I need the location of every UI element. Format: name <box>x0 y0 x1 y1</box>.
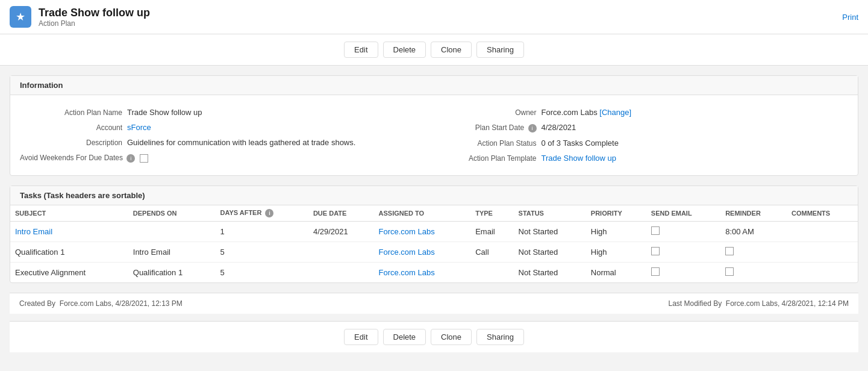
action-plan-name-label: Action Plan Name <box>20 108 122 117</box>
tasks-table-wrapper: SUBJECT DEPENDS ON DAYS AFTER i DUE DATE… <box>10 205 858 282</box>
tasks-table-header-row: SUBJECT DEPENDS ON DAYS AFTER i DUE DATE… <box>10 205 858 222</box>
information-section-header: Information <box>10 76 858 95</box>
days-after-info-icon: i <box>265 209 273 217</box>
page-subtitle: Action Plan <box>39 19 150 28</box>
task-assigned-to-link[interactable]: Force.com Labs <box>379 227 435 236</box>
col-subject[interactable]: SUBJECT <box>10 205 128 222</box>
task-due-date <box>308 242 374 262</box>
account-value: sForce <box>127 123 151 132</box>
col-due-date[interactable]: DUE DATE <box>308 205 374 222</box>
task-assigned-to-link[interactable]: Force.com Labs <box>379 248 435 257</box>
account-link[interactable]: sForce <box>127 123 151 132</box>
delete-button-bottom[interactable]: Delete <box>383 329 426 345</box>
action-plan-status-value: 0 of 3 Tasks Complete <box>542 139 619 148</box>
sharing-button-top[interactable]: Sharing <box>476 42 524 58</box>
avoid-weekends-label: Avoid Weekends For Due Dates i <box>20 153 135 163</box>
action-plan-template-label: Action Plan Template <box>434 154 537 163</box>
created-by-link[interactable]: Force.com Labs <box>60 299 111 308</box>
account-label: Account <box>20 123 122 132</box>
delete-button-top[interactable]: Delete <box>383 42 426 58</box>
col-days-after[interactable]: DAYS AFTER i <box>216 205 308 222</box>
tasks-table-body: Intro Email14/29/2021Force.com LabsEmail… <box>10 221 858 282</box>
edit-button-bottom[interactable]: Edit <box>344 329 378 345</box>
task-subject: Qualification 1 <box>10 242 128 262</box>
edit-button-top[interactable]: Edit <box>344 42 378 58</box>
last-modified-link[interactable]: Force.com Labs <box>726 299 778 308</box>
clone-button-bottom[interactable]: Clone <box>431 329 472 345</box>
avoid-weekends-value <box>140 153 148 163</box>
col-reminder[interactable]: REMINDER <box>720 205 787 222</box>
col-comments[interactable]: COMMENTS <box>787 205 858 222</box>
header-left: ★ Trade Show follow up Action Plan <box>10 6 150 28</box>
info-grid: Action Plan Name Trade Show follow up Ac… <box>20 102 848 168</box>
task-comments <box>787 242 858 262</box>
table-row: Intro Email14/29/2021Force.com LabsEmail… <box>10 221 858 242</box>
tasks-table: SUBJECT DEPENDS ON DAYS AFTER i DUE DATE… <box>10 205 858 282</box>
task-reminder-checkbox[interactable] <box>725 267 734 276</box>
task-status: Not Started <box>514 242 586 262</box>
table-row: Qualification 1Intro Email5Force.com Lab… <box>10 242 858 262</box>
task-reminder: 8:00 AM <box>720 221 787 242</box>
tasks-section: Tasks (Task headers are sortable) SUBJEC… <box>10 186 858 283</box>
task-send-email-checkbox[interactable] <box>651 267 660 276</box>
action-plan-name-value: Trade Show follow up <box>127 108 202 117</box>
owner-label: Owner <box>434 108 537 117</box>
field-plan-start-date: Plan Start Date i 4/28/2021 <box>434 120 849 136</box>
owner-value: Force.com Labs [Change] <box>542 108 632 117</box>
sharing-button-bottom[interactable]: Sharing <box>476 329 524 345</box>
task-depends-on <box>128 221 216 242</box>
task-reminder <box>720 262 787 282</box>
action-plan-template-link[interactable]: Trade Show follow up <box>542 154 617 163</box>
col-assigned-to[interactable]: ASSIGNED TO <box>374 205 471 222</box>
last-modified-info: Last Modified By Force.com Labs, 4/28/20… <box>668 299 849 308</box>
page-footer: Created By Force.com Labs, 4/28/2021, 12… <box>10 293 858 314</box>
col-type[interactable]: TYPE <box>470 205 513 222</box>
action-plan-template-value: Trade Show follow up <box>542 154 617 163</box>
task-status: Not Started <box>514 262 586 282</box>
owner-change-link[interactable]: [Change] <box>599 108 631 117</box>
field-account: Account sForce <box>20 120 434 135</box>
task-send-email-checkbox[interactable] <box>651 226 660 235</box>
task-assigned-to-link[interactable]: Force.com Labs <box>379 268 435 277</box>
task-send-email-checkbox[interactable] <box>651 247 660 255</box>
plan-start-date-label: Plan Start Date i <box>434 123 537 132</box>
tasks-table-head: SUBJECT DEPENDS ON DAYS AFTER i DUE DATE… <box>10 205 858 222</box>
last-modified-label: Last Modified By <box>668 299 722 308</box>
col-depends-on[interactable]: DEPENDS ON <box>128 205 216 222</box>
print-button[interactable]: Print <box>842 13 858 22</box>
field-action-plan-name: Action Plan Name Trade Show follow up <box>20 105 434 120</box>
info-col-right: Owner Force.com Labs [Change] Plan Start… <box>434 102 849 168</box>
task-priority: Normal <box>586 262 646 282</box>
task-due-date: 4/29/2021 <box>308 221 374 242</box>
plan-start-date-info-icon: i <box>528 124 537 132</box>
task-reminder <box>720 242 787 262</box>
task-priority: High <box>586 221 646 242</box>
clone-button-top[interactable]: Clone <box>431 42 472 58</box>
col-send-email[interactable]: SEND EMAIL <box>646 205 720 222</box>
task-subject-link[interactable]: Intro Email <box>15 227 52 236</box>
field-description: Description Guidelines for communication… <box>20 135 434 150</box>
task-depends-on: Intro Email <box>128 242 216 262</box>
avoid-weekends-checkbox[interactable] <box>140 154 148 163</box>
main-content: Information Action Plan Name Trade Show … <box>0 66 868 362</box>
task-reminder-checkbox[interactable] <box>725 247 734 255</box>
description-label: Description <box>20 138 122 147</box>
last-modified-date: , 4/28/2021, 12:14 PM <box>778 299 849 308</box>
table-row: Executive AlignmentQualification 15Force… <box>10 262 858 282</box>
app-icon: ★ <box>10 6 31 28</box>
col-status[interactable]: STATUS <box>514 205 586 222</box>
task-comments <box>787 262 858 282</box>
page-title: Trade Show follow up <box>39 7 150 19</box>
field-avoid-weekends: Avoid Weekends For Due Dates i <box>20 150 434 166</box>
created-by-info: Created By Force.com Labs, 4/28/2021, 12… <box>19 299 183 308</box>
header-title-group: Trade Show follow up Action Plan <box>39 7 150 28</box>
avoid-weekends-info-icon: i <box>126 154 135 163</box>
task-due-date <box>308 262 374 282</box>
col-priority[interactable]: PRIORITY <box>586 205 646 222</box>
app-header: ★ Trade Show follow up Action Plan Print <box>0 0 868 34</box>
tasks-section-header: Tasks (Task headers are sortable) <box>10 186 858 205</box>
task-subject: Executive Alignment <box>10 262 128 282</box>
task-type <box>470 262 513 282</box>
top-action-bar: Edit Delete Clone Sharing <box>0 34 868 66</box>
task-depends-on: Qualification 1 <box>128 262 216 282</box>
